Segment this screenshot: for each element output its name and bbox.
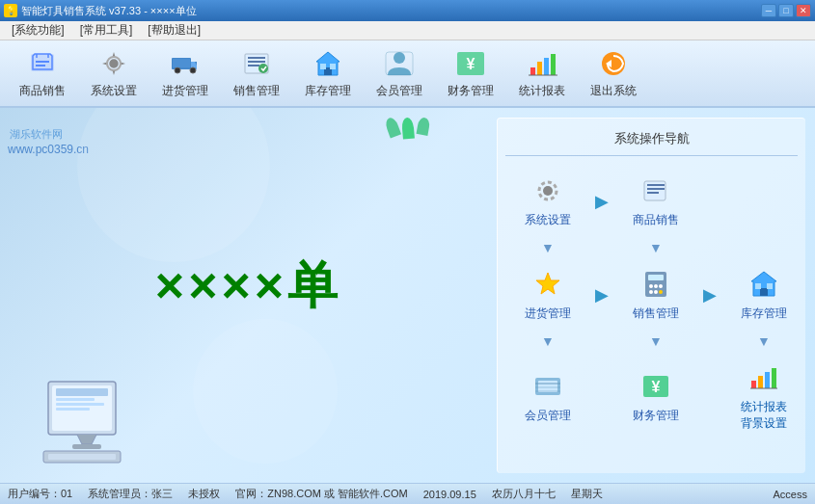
arrow-right-2: ▶ — [595, 284, 609, 305]
svg-rect-56 — [767, 283, 773, 289]
svg-rect-33 — [56, 403, 104, 406]
toolbar-inventory[interactable]: 库存管理 — [293, 44, 363, 102]
toolbar-inventory-label: 库存管理 — [305, 83, 351, 99]
svg-rect-2 — [36, 65, 45, 66]
svg-rect-55 — [755, 283, 761, 289]
svg-rect-67 — [772, 368, 776, 388]
svg-rect-46 — [648, 275, 664, 280]
nav-member-icon — [530, 369, 565, 404]
svg-point-47 — [649, 284, 653, 288]
svg-rect-37 — [48, 454, 116, 460]
svg-point-51 — [654, 290, 658, 294]
svg-point-50 — [649, 290, 653, 294]
titlebar: 💡 智能灯具销售系统 v37.33 - ××××单位 ─ □ ✕ — [0, 0, 815, 21]
nav-reports-icon — [747, 360, 781, 395]
svg-point-48 — [654, 284, 658, 288]
svg-rect-13 — [248, 65, 259, 66]
svg-rect-23 — [530, 67, 535, 75]
status-auth: 未授权 — [188, 487, 220, 501]
nav-inventory-icon — [747, 267, 781, 302]
menu-tools[interactable]: [常用工具] — [72, 21, 141, 40]
svg-rect-54 — [760, 288, 768, 296]
arrow-down-5: ▼ — [757, 333, 771, 349]
nav-member[interactable]: 会员管理 — [509, 363, 586, 430]
menu-help[interactable]: [帮助退出] — [140, 21, 208, 40]
arrow-down-3: ▼ — [541, 333, 555, 349]
minimize-button[interactable]: ─ — [761, 4, 776, 17]
svg-point-14 — [258, 64, 268, 73]
svg-rect-17 — [320, 64, 326, 69]
close-button[interactable]: ✕ — [796, 4, 811, 17]
left-panel: ××××单 — [0, 108, 497, 483]
svg-rect-9 — [173, 59, 190, 67]
svg-point-8 — [190, 67, 196, 73]
toolbar-sales-label: 商品销售 — [19, 83, 66, 99]
svg-rect-43 — [647, 192, 659, 194]
house-icon — [312, 48, 343, 79]
toolbar-settings[interactable]: 系统设置 — [79, 44, 149, 102]
company-name: ××××单 — [155, 252, 341, 320]
toolbar-exit[interactable]: 退出系统 — [579, 44, 648, 102]
nav-purchase[interactable]: 进货管理 — [509, 261, 586, 328]
nav-sales-mgmt-label: 销售管理 — [633, 305, 679, 322]
toolbar-sales-mgmt[interactable]: 销售管理 — [222, 44, 291, 102]
member-icon — [384, 48, 415, 79]
svg-marker-44 — [536, 273, 559, 294]
nav-member-label: 会员管理 — [525, 408, 571, 424]
svg-rect-25 — [544, 58, 549, 75]
nav-sales-icon — [638, 173, 673, 208]
computer-illustration — [29, 377, 145, 464]
arrow-right-1: ▶ — [595, 191, 609, 212]
exit-icon — [598, 48, 629, 79]
svg-rect-24 — [537, 62, 542, 75]
toolbar-member-label: 会员管理 — [376, 83, 422, 99]
status-userid: 用户编号：01 — [8, 487, 72, 501]
svg-text:¥: ¥ — [467, 56, 475, 72]
svg-rect-58 — [538, 381, 557, 392]
main-area: 湖乐软件网 www.pc0359.cn ××××单 — [0, 108, 815, 483]
titlebar-controls: ─ □ ✕ — [761, 4, 811, 17]
nav-product-sales[interactable]: 商品销售 — [617, 168, 694, 234]
toolbar-sales[interactable]: 商品销售 — [8, 44, 77, 102]
svg-rect-35 — [72, 444, 101, 449]
nav-purchase-icon — [530, 267, 565, 302]
cart-icon — [27, 48, 58, 79]
nav-finance-icon: ¥ — [638, 369, 673, 404]
toolbar: 商品销售 系统设置 进货管理 — [0, 40, 815, 108]
statusbar: 用户编号：01 系统管理员：张三 未授权 官网：ZN98.COM 或 智能软件.… — [0, 483, 815, 504]
toolbar-purchase-label: 进货管理 — [162, 83, 208, 99]
app-icon: 💡 — [4, 4, 17, 17]
arrow-down-1: ▼ — [541, 240, 555, 255]
nav-inventory[interactable]: 库存管理 — [725, 261, 802, 328]
gear-icon — [98, 48, 129, 79]
nav-panel: 系统操作导航 系统设置 ▶ — [497, 118, 805, 473]
toolbar-exit-label: 退出系统 — [590, 83, 637, 99]
toolbar-purchase[interactable]: 进货管理 — [150, 44, 220, 102]
svg-rect-11 — [248, 57, 265, 59]
nav-settings-icon — [530, 173, 565, 208]
svg-point-7 — [175, 67, 180, 73]
svg-point-19 — [394, 52, 405, 64]
svg-point-52 — [659, 290, 663, 294]
titlebar-title: 智能灯具销售系统 v37.33 - ××××单位 — [21, 4, 197, 18]
status-username: 系统管理员：张三 — [88, 487, 173, 501]
menubar: [系统功能] [常用工具] [帮助退出] — [0, 21, 815, 40]
menu-system[interactable]: [系统功能] — [4, 21, 72, 40]
toolbar-reports[interactable]: 统计报表 — [507, 44, 577, 102]
maximize-button[interactable]: □ — [778, 4, 794, 17]
nav-finance[interactable]: ¥ 财务管理 — [617, 363, 694, 430]
arrow-right-3: ▶ — [703, 284, 717, 305]
nav-system-settings[interactable]: 系统设置 — [509, 168, 586, 234]
toolbar-reports-label: 统计报表 — [519, 83, 565, 99]
nav-title: 系统操作导航 — [505, 126, 798, 156]
toolbar-member[interactable]: 会员管理 — [365, 44, 434, 102]
nav-sales-mgmt[interactable]: 销售管理 — [617, 261, 694, 328]
svg-rect-31 — [56, 388, 108, 396]
sales-icon — [241, 48, 272, 79]
nav-reports[interactable]: 统计报表背景设置 — [725, 355, 802, 438]
nav-settings-label: 系统设置 — [525, 212, 571, 228]
nav-finance-label: 财务管理 — [633, 408, 679, 424]
titlebar-left: 💡 智能灯具销售系统 v37.33 - ××××单位 — [4, 4, 197, 18]
toolbar-finance[interactable]: ¥ 财务管理 — [436, 44, 505, 102]
svg-text:¥: ¥ — [652, 379, 661, 395]
